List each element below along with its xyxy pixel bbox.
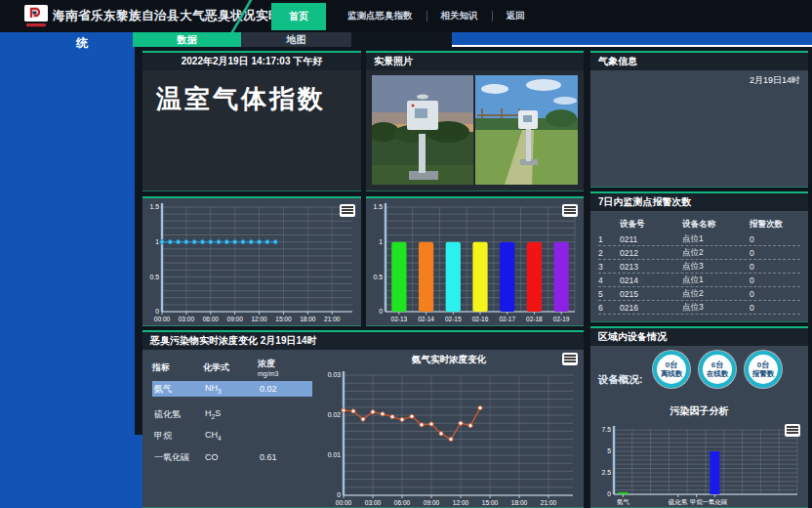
- svg-text:氨气: 氨气: [617, 498, 630, 505]
- pollutant-row[interactable]: 一氧化碳CO0.61: [152, 449, 312, 465]
- svg-text:1: 1: [155, 238, 159, 245]
- svg-text:2.5: 2.5: [602, 469, 612, 476]
- pollutant-table: 指标化学式浓度mg/m3氨气NH30.02硫化氢H2S甲烷CH4一氧化碳CO0.…: [152, 358, 312, 471]
- pollutant-row[interactable]: 氨气NH30.02: [152, 381, 312, 397]
- nav-item-home[interactable]: 首页: [271, 3, 326, 30]
- tab-map[interactable]: 地图: [241, 32, 351, 47]
- alarm-count-badge: 0台 报警数: [745, 351, 782, 388]
- app-logo-icon: [23, 4, 49, 28]
- datetime-text: 2022年2月19日 14:17:03 下午好: [142, 53, 361, 70]
- svg-text:0.01: 0.01: [328, 451, 341, 458]
- online-count-badge: 6台 在线数: [699, 351, 736, 388]
- svg-text:0.03: 0.03: [328, 371, 341, 378]
- nav-item-odor-index[interactable]: 监测点恶臭指数: [334, 10, 426, 22]
- photo-strip: [372, 75, 578, 185]
- alarm-table-row: 40214点位10: [598, 274, 800, 287]
- pollution-factor-bar-chart: 02.557.5氨气硫化氢甲烷一氧化碳: [594, 421, 804, 507]
- offline-count-label: 离线数: [661, 369, 683, 378]
- svg-text:15:00: 15:00: [482, 499, 499, 506]
- greenhouse-index-line-chart: 00.511.500:0003:0006:0009:0012:0015:0018…: [142, 198, 359, 324]
- online-count-value: 6台: [711, 360, 723, 369]
- svg-text:1.5: 1.5: [374, 203, 384, 210]
- sidebar: 统: [0, 32, 135, 508]
- svg-text:06:00: 06:00: [203, 316, 220, 322]
- nh3-chart-area: 氨气实时浓度变化 00.010.020.0300:0003:0006:0009:…: [318, 352, 580, 507]
- svg-text:21:00: 21:00: [324, 316, 341, 322]
- svg-text:18:00: 18:00: [511, 499, 528, 506]
- offline-count-value: 0台: [666, 360, 677, 369]
- svg-text:1: 1: [379, 238, 383, 245]
- alarm-table-row: 60216点位30: [598, 301, 800, 315]
- svg-text:0.02: 0.02: [328, 411, 341, 418]
- panel-daily-index-chart: 00.511.502-1302-1402-1502-1602-1702-1802…: [366, 196, 584, 326]
- svg-text:02-13: 02-13: [391, 316, 408, 322]
- alarm-count-label: 报警数: [752, 369, 775, 378]
- chart-toolbox-icon[interactable]: [785, 424, 800, 437]
- svg-text:1.5: 1.5: [150, 203, 160, 210]
- chart-toolbox-icon[interactable]: [562, 353, 578, 365]
- alarms-panel-title: 7日内监测点报警次数: [590, 193, 808, 211]
- svg-text:0.5: 0.5: [374, 274, 384, 280]
- site-photo-dusk: [372, 75, 473, 185]
- svg-text:15:00: 15:00: [275, 316, 292, 322]
- svg-text:0: 0: [607, 490, 611, 497]
- chart-toolbox-icon[interactable]: [340, 204, 355, 217]
- svg-text:09:00: 09:00: [227, 316, 244, 322]
- alarm-table-row: 10211点位10: [598, 233, 800, 246]
- svg-text:0.5: 0.5: [150, 274, 160, 280]
- svg-text:5: 5: [607, 447, 611, 454]
- svg-text:0: 0: [155, 308, 159, 315]
- alarm-table-row: 30213点位30: [598, 260, 800, 274]
- photos-panel-title: 实景照片: [366, 53, 584, 70]
- svg-text:02-14: 02-14: [418, 316, 434, 322]
- panel-index-trend-chart: 00.511.500:0003:0006:0009:0012:0015:0018…: [142, 196, 361, 326]
- pollutant-row[interactable]: 甲烷CH4: [152, 428, 312, 444]
- daily-index-bar-chart: 00.511.502-1302-1402-1502-1602-1702-1802…: [366, 198, 582, 324]
- offline-count-badge: 0台 离线数: [653, 351, 690, 388]
- nh3-chart-title: 氨气实时浓度变化: [318, 352, 580, 366]
- greenhouse-index-headline: 温室气体指数: [156, 82, 326, 116]
- pollutant-row[interactable]: 硫化氢H2S: [152, 406, 312, 422]
- svg-text:12:00: 12:00: [251, 316, 267, 322]
- title-wrap-char: 统: [76, 35, 88, 52]
- devices-panel-title: 区域内设备情况: [590, 328, 808, 346]
- panel-greenhouse-index: 2022年2月19日 14:17:03 下午好 温室气体指数: [142, 51, 361, 191]
- alarm-table-row: 50215点位20: [598, 287, 800, 301]
- svg-text:02-18: 02-18: [526, 316, 543, 322]
- alarm-table-row: 20212点位20: [598, 246, 800, 260]
- svg-text:00:00: 00:00: [154, 316, 171, 322]
- panel-alarm-counts: 7日内监测点报警次数 设备号设备名称报警次数10211点位1020212点位20…: [590, 191, 808, 322]
- svg-text:一氧化碳: 一氧化碳: [702, 498, 728, 506]
- svg-text:03:00: 03:00: [365, 499, 382, 506]
- nav-item-knowledge[interactable]: 相关知识: [427, 10, 492, 22]
- svg-text:02-15: 02-15: [445, 316, 462, 322]
- svg-text:09:00: 09:00: [424, 499, 440, 506]
- svg-text:03:00: 03:00: [179, 316, 195, 322]
- svg-text:02-17: 02-17: [499, 316, 515, 322]
- panel-weather-info: 气象信息 2月19日14时: [590, 51, 808, 188]
- svg-text:0: 0: [337, 491, 341, 498]
- online-count-label: 在线数: [707, 369, 729, 378]
- panel-area-devices: 区域内设备情况 设备概况: 0台 离线数 6台 在线数 0台 报警数 污染因子分…: [590, 326, 808, 508]
- pollution-factor-title: 污染因子分析: [590, 404, 808, 418]
- tab-data[interactable]: 数据: [133, 32, 241, 47]
- svg-text:06:00: 06:00: [394, 499, 411, 506]
- panel-odor-pollutants: 恶臭污染物实时浓度变化 2月19日14时 指标化学式浓度mg/m3氨气NH30.…: [142, 330, 584, 508]
- top-blue-bar-decoration: [452, 32, 812, 47]
- nav-item-back[interactable]: 返回: [493, 10, 539, 22]
- svg-text:02-19: 02-19: [553, 316, 570, 322]
- chart-toolbox-icon[interactable]: [562, 204, 578, 217]
- device-status-circles: 0台 离线数 6台 在线数 0台 报警数: [653, 351, 782, 388]
- alarm-table-header: 设备号设备名称报警次数: [598, 217, 800, 233]
- main-nav: 首页 监测点恶臭指数 相关知识 返回: [271, 0, 539, 32]
- device-overview-label: 设备概况:: [598, 373, 643, 387]
- header: 海南省乐东黎族自治县大气恶臭状况实时发布系 首页 监测点恶臭指数 相关知识 返回: [0, 0, 812, 32]
- panel-site-photos: 实景照片: [366, 51, 584, 191]
- svg-text:00:00: 00:00: [336, 499, 352, 506]
- svg-text:12:00: 12:00: [453, 499, 469, 506]
- svg-text:7.5: 7.5: [602, 426, 612, 433]
- svg-text:硫化氢: 硫化氢: [668, 498, 688, 506]
- nh3-line-chart: 00.010.020.0300:0003:0006:0009:0012:0015…: [318, 366, 580, 508]
- dashboard-root: 海南省乐东黎族自治县大气恶臭状况实时发布系 首页 监测点恶臭指数 相关知识 返回…: [0, 0, 812, 508]
- site-photo-field: [475, 75, 578, 185]
